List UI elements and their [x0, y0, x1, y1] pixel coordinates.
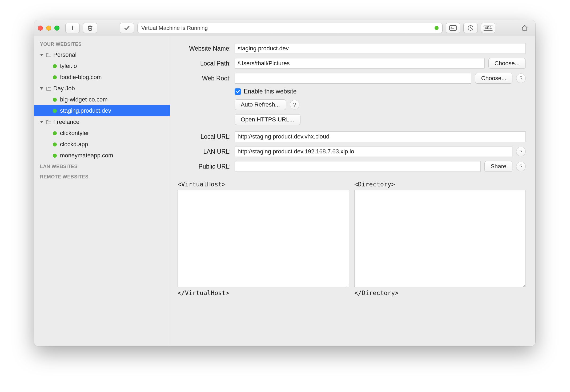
- website-name-label: Website Name:: [178, 45, 231, 52]
- local-path-label: Local Path:: [178, 60, 231, 67]
- local-url-input[interactable]: [235, 131, 526, 142]
- apache-config-area: <VirtualHost> </VirtualHost> <Directory>…: [178, 181, 526, 296]
- public-url-input[interactable]: [235, 161, 481, 172]
- home-icon: [521, 24, 528, 31]
- sidebar-group-dayjob[interactable]: Day Job: [34, 83, 170, 94]
- error-404-icon: 404: [483, 26, 493, 31]
- lan-url-input[interactable]: [235, 146, 512, 157]
- status-dot-icon: [53, 142, 57, 146]
- sidebar-section-your: YOUR WEBSITES: [34, 39, 170, 49]
- folder-icon: [46, 52, 52, 57]
- chevron-down-icon: [40, 54, 43, 56]
- sidebar-group-freelance[interactable]: Freelance: [34, 116, 170, 128]
- svg-rect-2: [449, 26, 456, 30]
- zoom-window-button[interactable]: [54, 26, 59, 31]
- enable-website-label: Enable this website: [244, 88, 296, 95]
- sidebar-item-label: foodie-blog.com: [60, 74, 102, 81]
- sidebar-item-label: clickontyler: [60, 130, 89, 137]
- directory-close-tag: </Directory>: [354, 289, 526, 296]
- local-path-input[interactable]: [235, 58, 485, 69]
- status-dot-icon: [53, 131, 57, 135]
- auto-refresh-help-button[interactable]: ?: [290, 100, 299, 109]
- web-root-label: Web Root:: [178, 75, 231, 82]
- choose-web-root-button[interactable]: Choose...: [475, 73, 512, 84]
- toolbar: Virtual Machine is Running 404: [34, 20, 535, 36]
- vhost-open-tag: <VirtualHost>: [178, 181, 349, 188]
- choose-local-path-button[interactable]: Choose...: [488, 58, 526, 69]
- directory-textarea[interactable]: [354, 190, 526, 287]
- trash-icon: [87, 25, 93, 31]
- sidebar-item-label: moneymateapp.com: [60, 152, 113, 159]
- status-dot-icon: [435, 26, 439, 30]
- share-button[interactable]: Share: [484, 161, 512, 172]
- auto-refresh-button[interactable]: Auto Refresh...: [235, 99, 286, 110]
- app-window: Virtual Machine is Running 404 YOUR WEBS…: [34, 20, 535, 346]
- history-button[interactable]: [463, 23, 478, 33]
- window-body: YOUR WEBSITES Personal tyler.io foodie-b…: [34, 36, 535, 346]
- window-controls: [38, 26, 59, 31]
- home-button[interactable]: [518, 23, 532, 33]
- local-url-label: Local URL:: [178, 133, 231, 140]
- website-name-input[interactable]: [235, 43, 526, 54]
- delete-button[interactable]: [83, 23, 97, 33]
- status-text: Virtual Machine is Running: [141, 25, 208, 31]
- sidebar-item[interactable]: big-widget-co.com: [34, 94, 170, 105]
- lan-url-help-button[interactable]: ?: [516, 147, 526, 156]
- sidebar-item-label: big-widget-co.com: [60, 96, 108, 103]
- checkbox-checked-icon: [235, 88, 241, 95]
- sidebar-item-selected[interactable]: staging.product.dev: [34, 105, 170, 116]
- lan-url-label: LAN URL:: [178, 148, 231, 155]
- directory-open-tag: <Directory>: [354, 181, 526, 188]
- sidebar-group-personal[interactable]: Personal: [34, 49, 170, 60]
- sidebar-item[interactable]: tyler.io: [34, 60, 170, 72]
- public-url-help-button[interactable]: ?: [516, 162, 526, 171]
- close-window-button[interactable]: [38, 26, 43, 31]
- public-url-label: Public URL:: [178, 163, 231, 170]
- error-log-button[interactable]: 404: [481, 23, 495, 33]
- sidebar-item[interactable]: clockd.app: [34, 139, 170, 150]
- status-dot-icon: [53, 98, 57, 102]
- web-root-help-button[interactable]: ?: [516, 74, 526, 83]
- vhost-close-tag: </VirtualHost>: [178, 289, 349, 296]
- add-button[interactable]: [65, 23, 80, 33]
- open-https-url-button[interactable]: Open HTTPS URL...: [235, 114, 300, 125]
- status-dot-icon: [53, 75, 57, 79]
- status-dot-icon: [53, 64, 57, 68]
- status-dot-icon: [53, 109, 57, 113]
- minimize-window-button[interactable]: [46, 26, 51, 31]
- status-field: Virtual Machine is Running: [137, 23, 443, 33]
- folder-icon: [46, 120, 52, 124]
- apply-button[interactable]: [120, 23, 134, 33]
- sidebar-item[interactable]: foodie-blog.com: [34, 72, 170, 83]
- sidebar-item[interactable]: clickontyler: [34, 128, 170, 139]
- sidebar-section-lan: LAN WEBSITES: [34, 161, 170, 172]
- detail-pane: Website Name: Local Path: Choose... Web …: [170, 36, 535, 346]
- vhost-textarea[interactable]: [178, 190, 349, 287]
- clock-icon: [468, 25, 473, 31]
- chevron-down-icon: [40, 121, 43, 123]
- sidebar-group-label: Freelance: [53, 119, 79, 125]
- sidebar-item[interactable]: moneymateapp.com: [34, 150, 170, 161]
- sidebar-group-label: Day Job: [53, 85, 75, 92]
- sidebar-section-remote: REMOTE WEBSITES: [34, 172, 170, 182]
- sidebar-item-label: staging.product.dev: [60, 107, 111, 114]
- status-dot-icon: [53, 154, 57, 158]
- checkmark-icon: [124, 25, 130, 31]
- terminal-icon: [449, 25, 457, 31]
- chevron-down-icon: [40, 87, 43, 90]
- enable-website-checkbox[interactable]: Enable this website: [235, 88, 296, 95]
- sidebar-item-label: tyler.io: [60, 63, 77, 70]
- folder-icon: [46, 86, 52, 91]
- plus-icon: [70, 25, 75, 31]
- sidebar-group-label: Personal: [53, 51, 77, 58]
- sidebar: YOUR WEBSITES Personal tyler.io foodie-b…: [34, 36, 170, 346]
- terminal-button[interactable]: [446, 23, 460, 33]
- web-root-input[interactable]: [235, 73, 471, 84]
- sidebar-item-label: clockd.app: [60, 141, 88, 148]
